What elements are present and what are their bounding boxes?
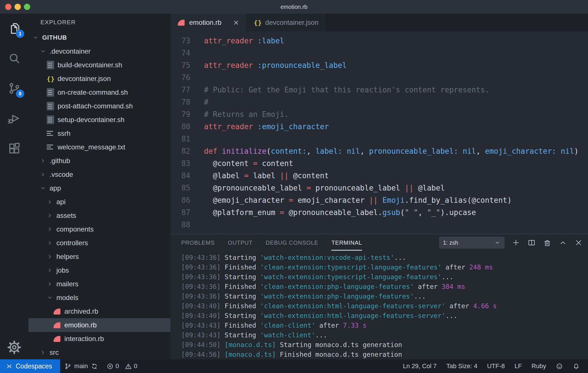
line-number: 86: [170, 194, 190, 206]
minimize-window-button[interactable]: [15, 4, 21, 10]
code-line[interactable]: 88: [170, 219, 588, 231]
eol-status[interactable]: LF: [510, 359, 527, 373]
panel-tab-terminal[interactable]: TERMINAL: [331, 237, 362, 248]
tree-item-helpers[interactable]: helpers: [28, 250, 170, 263]
code-line[interactable]: 80attr_reader :emoji_character: [170, 121, 588, 133]
eol-label: LF: [514, 362, 522, 370]
tree-item-emotion-rb[interactable]: emotion.rb: [28, 318, 170, 332]
tree-item-label: app: [50, 184, 61, 192]
indentation-status[interactable]: Tab Size: 4: [442, 359, 482, 373]
tree-item-jobs[interactable]: jobs: [28, 263, 170, 277]
tree-item-archived-rb[interactable]: archived.rb: [28, 305, 170, 318]
code-line[interactable]: 81: [170, 133, 588, 145]
code-line[interactable]: 87 @platform_enum = @pronounceable_label…: [170, 206, 588, 219]
split-terminal-button[interactable]: [527, 238, 536, 247]
tree-item-welcome-message-txt[interactable]: welcome_message.txt: [28, 140, 170, 154]
tree-item-devcontainer-json[interactable]: {}devcontainer.json: [28, 72, 170, 86]
code-line[interactable]: 84 @label = label || @content: [170, 170, 588, 182]
code-line[interactable]: 76: [170, 72, 588, 84]
tree-item-github[interactable]: GITHUB: [28, 31, 170, 44]
cursor-position-status[interactable]: Ln 29, Col 7: [398, 359, 442, 373]
warning-icon: [125, 363, 132, 370]
shell-file-icon: [47, 61, 54, 69]
code-text: @label = label || @content: [204, 170, 329, 182]
tree-item-interaction-rb[interactable]: interaction.rb: [28, 332, 170, 346]
chevron-right-icon: [47, 254, 53, 260]
workbench: 18 EXPLORER GITHUB.devcontainerbuild-dev…: [0, 14, 588, 359]
panel-tab-output[interactable]: OUTPUT: [228, 237, 253, 248]
tree-item-github[interactable]: .github: [28, 154, 170, 168]
notifications-status[interactable]: [568, 359, 585, 373]
tree-item-label: archived.rb: [64, 307, 98, 315]
tree-item-post-attach-command-sh[interactable]: post-attach-command.sh: [28, 99, 170, 113]
language-mode-status[interactable]: Ruby: [527, 359, 551, 373]
close-tab-button[interactable]: ×: [233, 18, 239, 27]
codespaces-status[interactable]: Codespaces: [0, 359, 60, 373]
tree-item-mailers[interactable]: mailers: [28, 277, 170, 291]
new-terminal-button[interactable]: [512, 238, 520, 247]
tree-item-vscode[interactable]: .vscode: [28, 168, 170, 181]
terminal-output[interactable]: [09:43:36] Starting 'watch-extension:vsc…: [170, 251, 588, 359]
editor-tab-emotion-rb[interactable]: emotion.rb×: [170, 14, 246, 31]
kill-terminal-button[interactable]: [543, 238, 552, 247]
tree-item-src[interactable]: src: [28, 346, 170, 359]
feedback-status[interactable]: [551, 359, 568, 373]
explorer-sidebar: EXPLORER GITHUB.devcontainerbuild-devcon…: [28, 14, 170, 359]
text-file-icon: [47, 131, 54, 136]
tree-item-setup-devcontainer-sh[interactable]: setup-devcontainer.sh: [28, 113, 170, 127]
code-line[interactable]: 77# Public: Get the Emoji that this reac…: [170, 84, 588, 96]
terminal-line: [09:43:36] Starting 'watch-extension:php…: [181, 291, 588, 301]
code-editor[interactable]: 73attr_reader :label7475attr_reader :pro…: [170, 31, 588, 234]
code-line[interactable]: 83 @content = content: [170, 157, 588, 170]
tree-item-build-devcontainer-sh[interactable]: build-devcontainer.sh: [28, 58, 170, 72]
chevron-right-icon: [47, 281, 53, 287]
tree-item-controllers[interactable]: controllers: [28, 236, 170, 250]
encoding-status[interactable]: UTF-8: [482, 359, 510, 373]
code-line[interactable]: 78#: [170, 96, 588, 108]
code-line[interactable]: 79# Returns an Emoji.: [170, 108, 588, 121]
plus-icon: [512, 238, 520, 247]
chevron-right-icon: [40, 349, 46, 356]
close-panel-button[interactable]: [574, 238, 583, 247]
terminal-shell-select[interactable]: 1: zsh: [439, 237, 505, 249]
code-line[interactable]: 85 @pronounceable_label = pronounceable_…: [170, 182, 588, 194]
code-text: # Public: Get the Emoji that this reacti…: [204, 84, 489, 96]
editor-tab-devcontainer-json[interactable]: {}devcontainer.json: [246, 14, 326, 31]
activity-bar-item-run-and-debug[interactable]: [7, 111, 22, 126]
tree-item-app[interactable]: app: [28, 181, 170, 195]
line-number: 76: [170, 72, 190, 84]
close-window-button[interactable]: [5, 4, 11, 10]
terminal-line: [09:43:43] Finished 'clean-client' after…: [181, 321, 588, 330]
window-title: emotion.rb: [281, 4, 308, 10]
maximize-panel-button[interactable]: [559, 238, 567, 247]
activity-bar-item-extensions[interactable]: [7, 141, 22, 156]
remote-icon: [6, 363, 13, 370]
tree-item-on-create-command-sh[interactable]: on-create-command.sh: [28, 86, 170, 99]
chevron-right-icon: [40, 349, 46, 356]
panel-tab-problems[interactable]: PROBLEMS: [181, 237, 215, 248]
tree-item-devcontainer[interactable]: .devcontainer: [28, 44, 170, 58]
bell-icon: [573, 363, 580, 370]
git-branch-status[interactable]: main: [60, 359, 102, 373]
tree-item-models[interactable]: models: [28, 291, 170, 305]
activity-bar-item-source-control[interactable]: 8: [7, 81, 22, 96]
terminal-shell-label: 1: zsh: [443, 240, 458, 246]
code-line[interactable]: 86 @emoji_character = emoji_character ||…: [170, 194, 588, 206]
activity-bar-item-manage[interactable]: [7, 340, 22, 355]
activity-bar-item-search[interactable]: [7, 51, 22, 66]
code-line[interactable]: 74: [170, 47, 588, 59]
code-text: @emoji_character = emoji_character || Em…: [204, 194, 512, 206]
terminal-line: [09:43:43] Starting 'watch-client'...: [181, 330, 588, 340]
panel-tab-debug-console[interactable]: DEBUG CONSOLE: [266, 237, 318, 248]
code-line[interactable]: 73attr_reader :label: [170, 35, 588, 47]
problems-status[interactable]: 00: [102, 359, 142, 373]
maximize-window-button[interactable]: [24, 4, 30, 10]
code-line[interactable]: 82def initialize(content:, label: nil, p…: [170, 145, 588, 157]
activity-bar-item-explorer[interactable]: 1: [7, 21, 22, 36]
code-line[interactable]: 75attr_reader :pronounceable_label: [170, 59, 588, 72]
chevron-right-icon: [40, 158, 46, 164]
tree-item-ssrh[interactable]: ssrh: [28, 127, 170, 140]
tree-item-api[interactable]: api: [28, 195, 170, 209]
tree-item-components[interactable]: components: [28, 222, 170, 236]
tree-item-assets[interactable]: assets: [28, 209, 170, 222]
